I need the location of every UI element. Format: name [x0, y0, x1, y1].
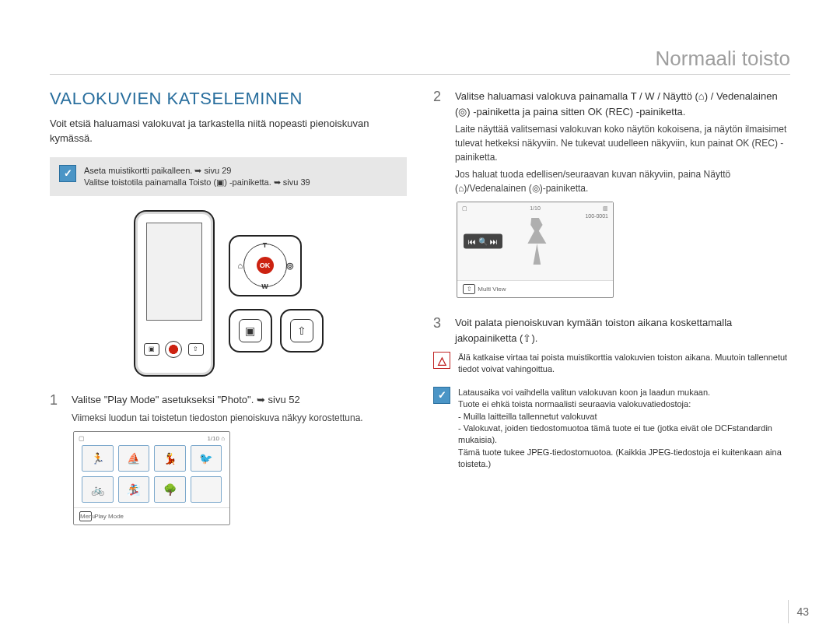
- zoom-overlay-icon: ⏮ 🔍 ⏭: [464, 234, 502, 249]
- right-column: 2 Valitse haluamasi valokuva painamalla …: [433, 89, 790, 525]
- photo-silhouette: [516, 218, 554, 265]
- thumb-counter: 1/10 ⌂: [207, 435, 225, 442]
- section-title: VALOKUVIEN KATSELEMINEN: [50, 89, 407, 109]
- info-bullet: - Valokuvat, joiden tiedostomuotoa tämä …: [458, 423, 790, 447]
- dpad-wide-label: W: [261, 282, 268, 290]
- check-icon: ✓: [59, 165, 76, 182]
- step-number: 2: [433, 89, 446, 195]
- camera-rec-button-icon: [165, 341, 182, 358]
- note-line: Aseta muistikortti paikalleen. ➥ sivu 29: [84, 165, 310, 177]
- photo-mode-icon: ▢: [462, 205, 467, 212]
- prerequisite-note: ✓ Aseta muistikortti paikalleen. ➥ sivu …: [50, 157, 407, 197]
- file-number: 100-0001: [585, 213, 608, 219]
- play-button-panel: ▣: [229, 309, 272, 353]
- info-bullet: - Muilla laitteilla tallennetut valokuva…: [458, 411, 790, 423]
- info-line: Tuote ei ehkä toista normaalisti seuraav…: [458, 398, 790, 410]
- left-column: VALOKUVIEN KATSELEMINEN Voit etsiä halua…: [50, 89, 407, 525]
- camera-share-button-icon: ⇧: [188, 343, 204, 356]
- info-note: ✓ Latausaika voi vaihdella valitun valok…: [433, 387, 790, 471]
- photo-mode-icon: ▢: [79, 435, 85, 442]
- step-text: Voit palata pienoiskuvan kymään toiston …: [455, 315, 790, 346]
- note-line: Valitse toistotila painamalla Toisto (▣)…: [84, 177, 310, 188]
- share-button-panel: ⇧: [280, 309, 324, 353]
- photo-counter: 1/10: [530, 205, 541, 211]
- thumbnail-screen-illustration: ▢ 1/10 ⌂ 🏃⛵💃🐦 🚲🏂🌳 Menu Play Mode: [73, 431, 230, 525]
- dpad-panel: T W ⌂ ◎ OK: [229, 235, 302, 296]
- dpad-tele-label: T: [263, 241, 268, 249]
- page-number: 43: [788, 600, 809, 623]
- thumb-bottom-label: Play Mode: [94, 513, 124, 520]
- menu-icon: Menu: [79, 511, 92, 521]
- page-header: Normaali toisto: [50, 47, 790, 75]
- warning-note: △ Älä katkaise virtaa tai poista muistik…: [433, 352, 790, 376]
- dpad-display-icon: ⌂: [238, 261, 243, 270]
- step-bullet: Jos haluat tuoda edellisen/seuraavan kuv…: [455, 167, 790, 195]
- camera-play-button-icon: ▣: [144, 343, 159, 356]
- share-icon: ⇧: [463, 284, 475, 294]
- step-text: Valitse haluamasi valokuva painamalla T …: [455, 89, 790, 119]
- intro-text: Voit etsiä haluamasi valokuvat ja tarkas…: [50, 117, 407, 146]
- fullscreen-photo-illustration: ▢ 1/10 ▥ 100-0001 ⏮ 🔍 ⏭ ⇧ Multi View: [457, 202, 614, 298]
- info-line: Tämä tuote tukee JPEG-tiedostomuotoa. (K…: [458, 447, 790, 471]
- play-mode-icon: ▣: [239, 319, 262, 342]
- step-text: Valitse "Play Mode" asetukseksi "Photo".…: [72, 392, 363, 408]
- step-bullet: Laite näyttää valitsemasi valokuvan koko…: [455, 122, 790, 164]
- dpad-underwater-icon: ◎: [286, 261, 294, 271]
- info-line: Latausaika voi vaihdella valitun valokuv…: [458, 387, 790, 398]
- photo-bottom-label: Multi View: [478, 286, 506, 293]
- step-number: 3: [433, 315, 446, 346]
- battery-icon: ▥: [603, 205, 608, 212]
- step-number: 1: [50, 392, 62, 425]
- share-icon: ⇧: [290, 319, 313, 342]
- dpad-ok-button: OK: [257, 257, 274, 274]
- warning-icon: △: [433, 352, 450, 369]
- warning-text: Älä katkaise virtaa tai poista muistikor…: [458, 352, 790, 376]
- info-icon: ✓: [433, 387, 450, 404]
- step-subtext: Viimeksi luodun tai toistetun tiedoston …: [72, 411, 363, 425]
- camera-illustration: ▣ ⇧: [134, 210, 215, 377]
